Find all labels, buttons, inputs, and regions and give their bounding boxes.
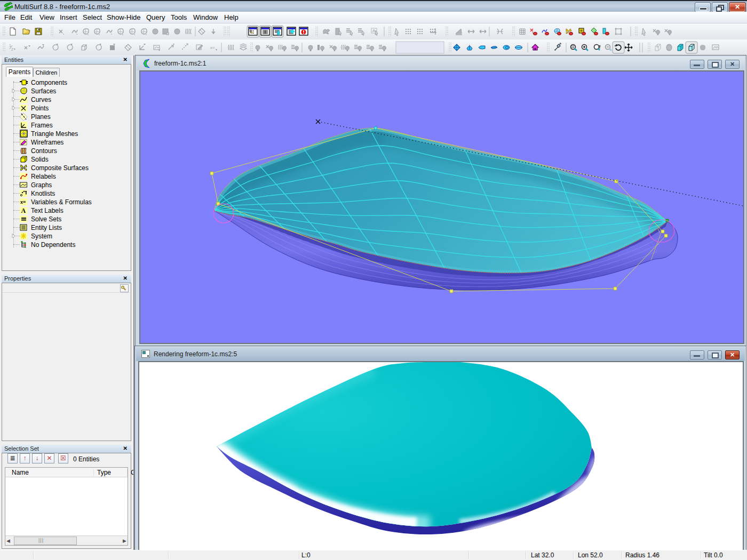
svg-text:x=: x= xyxy=(210,45,215,50)
svg-text:x=: x= xyxy=(20,199,26,205)
svg-text:2: 2 xyxy=(11,47,13,51)
svg-text:A: A xyxy=(21,207,26,214)
